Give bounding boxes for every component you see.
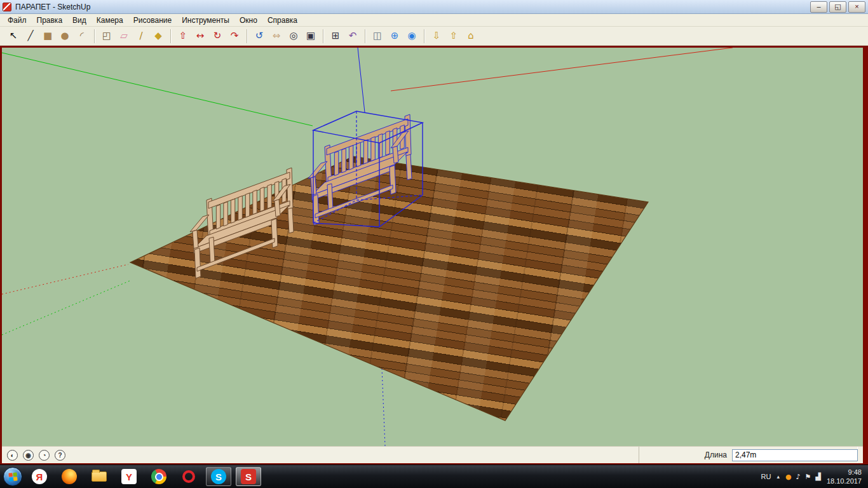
sketchup-icon: S bbox=[241, 469, 256, 484]
language-indicator[interactable]: RU bbox=[761, 473, 771, 480]
tool-tape-measure[interactable]: ∕ bbox=[133, 29, 149, 44]
tool-line[interactable]: ╱ bbox=[22, 29, 39, 44]
red-axis-dashed bbox=[2, 264, 128, 294]
taskbar-app-yandex-browser[interactable]: Я bbox=[27, 467, 52, 486]
maximize-restore-button[interactable]: ◱ bbox=[829, 1, 846, 13]
sketchup-logo-icon bbox=[3, 3, 11, 11]
tool-rectangle[interactable]: ■ bbox=[39, 29, 56, 44]
clock[interactable]: 9:48 18.10.2017 bbox=[827, 468, 864, 486]
deck-outline bbox=[130, 156, 648, 421]
toolbar-separator bbox=[247, 29, 247, 43]
hidden-icons-chevron[interactable]: ▴ bbox=[776, 473, 780, 480]
make-component-icon: ◰ bbox=[102, 31, 111, 41]
red-axis bbox=[391, 48, 733, 91]
menu-item-0[interactable]: Файл bbox=[3, 15, 32, 26]
taskbar-app-yandex-search[interactable]: Y bbox=[116, 467, 142, 486]
menu-item-5[interactable]: Инструменты bbox=[177, 15, 234, 26]
close-button[interactable]: × bbox=[848, 1, 865, 13]
bench-layer bbox=[190, 114, 412, 278]
tool-3d-warehouse[interactable]: ⌂ bbox=[463, 29, 479, 44]
push-pull-icon: ⇧ bbox=[179, 31, 187, 41]
line-icon: ╱ bbox=[27, 31, 33, 41]
taskbar-app-opera[interactable] bbox=[176, 467, 201, 486]
menubar: ФайлПравкаВидКамераРисованиеИнструментыО… bbox=[0, 14, 868, 27]
taskbar-app-explorer[interactable] bbox=[86, 467, 112, 486]
start-button[interactable] bbox=[3, 467, 22, 486]
tool-paint-bucket[interactable]: ◆ bbox=[150, 29, 166, 44]
statusbar: ◐◉◔? Длина bbox=[2, 446, 863, 463]
viewport-3d[interactable] bbox=[2, 48, 863, 446]
tool-section-plane[interactable]: ◫ bbox=[369, 29, 386, 44]
viewport-frame: ◐◉◔? Длина bbox=[0, 46, 868, 464]
tool-move[interactable]: ↔ bbox=[192, 29, 208, 44]
zoom-icon: ◎ bbox=[289, 31, 297, 41]
action-center-icon[interactable]: ⚑ bbox=[805, 473, 811, 480]
menu-item-6[interactable]: Окно bbox=[234, 15, 262, 26]
model-scene bbox=[2, 48, 863, 446]
firefox-icon bbox=[62, 469, 77, 484]
taskbar-app-sketchup[interactable]: S bbox=[236, 467, 261, 486]
tool-orbit[interactable]: ↺ bbox=[251, 29, 268, 44]
blue-axis-dashed bbox=[382, 369, 385, 446]
tape-measure-icon: ∕ bbox=[139, 31, 142, 41]
add-location-icon: ⊕ bbox=[391, 31, 399, 41]
toolbar-separator bbox=[424, 29, 424, 43]
offset-icon: ↷ bbox=[231, 31, 239, 41]
drawing-axes bbox=[2, 48, 733, 446]
tool-select[interactable]: ↖ bbox=[5, 29, 22, 44]
geolocation-icon[interactable]: ◐ bbox=[7, 450, 18, 461]
circle-icon: ● bbox=[60, 31, 69, 41]
instructor-icon[interactable]: ◔ bbox=[39, 450, 50, 461]
rotate-icon: ↻ bbox=[214, 31, 222, 41]
tool-rotate[interactable]: ↻ bbox=[209, 29, 226, 44]
tool-push-pull[interactable]: ⇧ bbox=[175, 29, 191, 44]
rectangle-icon: ■ bbox=[43, 31, 52, 41]
help-icon[interactable]: ? bbox=[55, 450, 65, 461]
bench-selected[interactable] bbox=[308, 114, 412, 225]
minimize-button[interactable]: – bbox=[810, 1, 827, 13]
vcb-label: Длина bbox=[705, 451, 727, 459]
volume-icon[interactable]: ♪ bbox=[796, 473, 801, 480]
toolbar-separator bbox=[94, 29, 95, 43]
credits-icon[interactable]: ◉ bbox=[23, 450, 34, 461]
measurement-box: Длина bbox=[639, 447, 858, 463]
menu-item-3[interactable]: Камера bbox=[92, 15, 128, 26]
tool-eraser[interactable]: ▱ bbox=[116, 29, 132, 44]
tool-zoom-window[interactable]: ▣ bbox=[302, 29, 319, 44]
tool-add-location[interactable]: ⊕ bbox=[386, 29, 403, 44]
tool-make-component[interactable]: ◰ bbox=[98, 29, 115, 44]
system-tray: RU ▴ ●♪⚑▟ 9:48 18.10.2017 bbox=[761, 468, 864, 486]
tool-zoom-extents[interactable]: ⊞ bbox=[327, 29, 344, 44]
tool-get-models[interactable]: ⇩ bbox=[428, 29, 445, 44]
menu-item-7[interactable]: Справка bbox=[262, 15, 302, 26]
taskbar-apps: ЯYSS bbox=[27, 467, 261, 486]
green-axis-dashed bbox=[2, 281, 130, 335]
taskbar-app-firefox[interactable] bbox=[57, 467, 82, 486]
taskbar-app-chrome[interactable] bbox=[146, 467, 172, 486]
menu-item-2[interactable]: Вид bbox=[67, 15, 92, 26]
bench-left[interactable] bbox=[190, 168, 294, 278]
tool-pan[interactable]: ⇔ bbox=[268, 29, 285, 44]
tool-offset[interactable]: ↷ bbox=[226, 29, 243, 44]
tool-zoom[interactable]: ◎ bbox=[285, 29, 302, 44]
clock-time: 9:48 bbox=[827, 468, 862, 477]
vcb-input[interactable] bbox=[732, 449, 858, 461]
arc-icon: ◜ bbox=[80, 31, 84, 41]
google-earth-icon: ◉ bbox=[407, 31, 416, 41]
menu-item-4[interactable]: Рисование bbox=[128, 15, 177, 26]
yandex-search-icon: Y bbox=[121, 469, 137, 484]
tool-arc[interactable]: ◜ bbox=[74, 29, 90, 44]
statusbar-icons: ◐◉◔? bbox=[7, 450, 65, 461]
explorer-icon bbox=[92, 471, 107, 482]
tool-share-model[interactable]: ⇧ bbox=[445, 29, 462, 44]
menu-item-1[interactable]: Правка bbox=[32, 15, 68, 26]
eraser-icon: ▱ bbox=[120, 31, 128, 41]
taskbar-app-skype[interactable]: S bbox=[206, 467, 231, 486]
tool-previous-view[interactable]: ↶ bbox=[344, 29, 361, 44]
tool-circle[interactable]: ● bbox=[57, 29, 73, 44]
network-icon[interactable]: ▟ bbox=[815, 473, 820, 480]
updater-icon[interactable]: ● bbox=[785, 473, 792, 480]
chrome-icon bbox=[151, 469, 166, 484]
tool-google-earth[interactable]: ◉ bbox=[403, 29, 420, 44]
section-plane-icon: ◫ bbox=[373, 31, 382, 41]
